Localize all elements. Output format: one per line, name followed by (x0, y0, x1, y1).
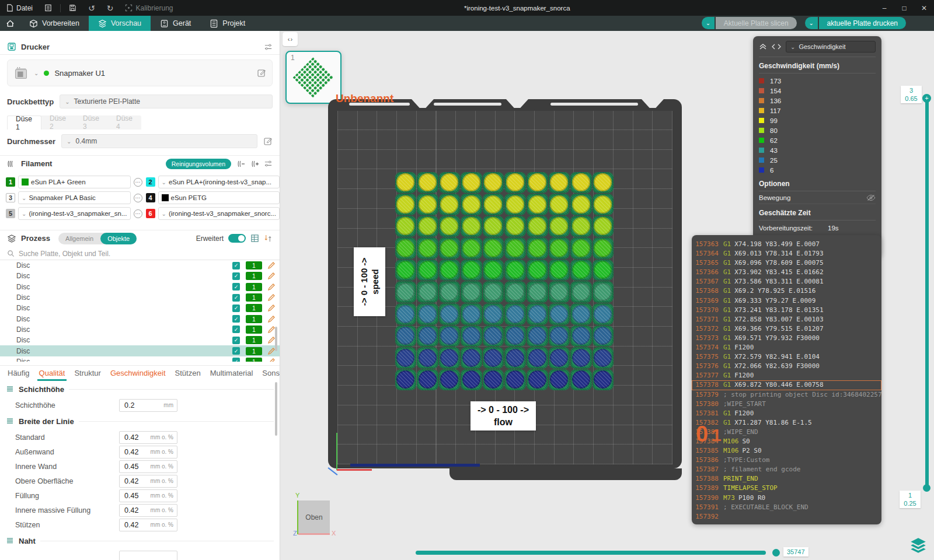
disc-model[interactable] (550, 195, 568, 214)
object-row[interactable]: Disc✓1 (0, 356, 280, 362)
tab-vorbereiten[interactable]: Vorbereiten (20, 16, 89, 31)
object-visible-checkbox[interactable]: ✓ (232, 294, 240, 302)
disc-model[interactable] (528, 195, 546, 214)
settings-tab-häufig[interactable]: Häufig (4, 366, 34, 381)
object-extruder-badge[interactable]: 1 (246, 326, 262, 334)
disc-model[interactable] (419, 305, 437, 323)
setting-input[interactable] (119, 551, 177, 560)
object-edit-icon[interactable] (268, 316, 275, 323)
redo-button[interactable]: ↻ (101, 0, 120, 16)
layers-icon[interactable] (908, 536, 928, 555)
gcode-view-icon[interactable] (772, 43, 781, 51)
nozzle-tab-4[interactable]: Düse 4 (108, 116, 141, 130)
object-extruder-badge[interactable]: 1 (246, 358, 262, 362)
disc-model[interactable] (440, 239, 458, 257)
disc-model[interactable] (528, 370, 546, 388)
disc-model[interactable] (528, 173, 546, 191)
nav-cube[interactable]: Oben (298, 501, 330, 534)
minimize-button[interactable]: – (874, 0, 894, 16)
disc-model[interactable] (550, 305, 568, 323)
object-visible-checkbox[interactable]: ✓ (232, 337, 240, 344)
disc-model[interactable] (419, 327, 437, 345)
setting-input[interactable]: 0.42mm o. % (119, 504, 177, 517)
tab-vorschau[interactable]: Vorschau (89, 16, 151, 31)
disc-model[interactable] (506, 283, 524, 301)
setting-input[interactable]: 0.42mm o. % (119, 519, 177, 531)
disc-model[interactable] (419, 370, 437, 388)
disc-model[interactable] (419, 283, 437, 301)
disc-model[interactable] (506, 217, 524, 235)
sort-ab-icon[interactable] (264, 234, 273, 243)
nozzle-tab-1[interactable]: Düse 1 (7, 116, 41, 130)
disc-model[interactable] (419, 261, 437, 279)
disc-model[interactable] (594, 239, 612, 257)
object-extruder-badge[interactable]: 1 (246, 304, 262, 312)
advanced-toggle[interactable] (228, 234, 246, 243)
object-visible-checkbox[interactable]: ✓ (232, 326, 240, 333)
disc-model[interactable] (506, 195, 524, 214)
object-row[interactable]: Disc✓1 (0, 324, 280, 335)
disc-model[interactable] (396, 283, 414, 301)
disc-model[interactable] (419, 173, 437, 191)
disc-model[interactable] (396, 239, 414, 257)
filament-settings-icon[interactable] (264, 159, 273, 168)
settings-scrollbar[interactable] (275, 382, 277, 436)
tab-projekt[interactable]: Projekt (200, 16, 255, 31)
disc-model[interactable] (462, 217, 480, 235)
setting-input[interactable]: 0.42mm o. % (119, 475, 177, 488)
slice-dropdown-chevron[interactable]: ⌄ (702, 17, 715, 29)
gcode-panel[interactable]: 157363G1X74.198 Y83.499 E.0007157364G1X6… (692, 235, 881, 524)
filament-select-1[interactable]: eSun PLA+ Green (18, 176, 131, 188)
disc-model[interactable] (594, 305, 612, 323)
object-extruder-badge[interactable]: 1 (246, 272, 262, 280)
list-scrollbar[interactable] (275, 327, 277, 351)
disc-model[interactable] (440, 305, 458, 323)
diameter-edit-icon[interactable] (263, 136, 273, 146)
disc-model[interactable] (572, 261, 590, 279)
disc-model[interactable] (462, 349, 480, 367)
disc-model[interactable] (528, 305, 546, 323)
setting-input[interactable]: 0.2mm (119, 399, 177, 412)
object-edit-icon[interactable] (268, 284, 275, 290)
filament-select-4[interactable]: eSun PETG (158, 191, 280, 204)
disc-model[interactable] (528, 261, 546, 279)
search-bar[interactable]: Suche Platte, Objekt und Teil. (0, 247, 280, 260)
move-slider-track[interactable] (416, 551, 766, 555)
object-visible-checkbox[interactable]: ✓ (232, 272, 240, 280)
disc-model[interactable] (419, 195, 437, 214)
object-extruder-badge[interactable]: 1 (246, 336, 262, 344)
segment-allgemein[interactable]: Allgemein (58, 233, 100, 244)
collapse-up-icon[interactable] (759, 43, 767, 51)
filament-select-5[interactable]: ⌄(ironing-test-v3_snapmaker_sn... (18, 207, 131, 220)
disc-model[interactable] (484, 239, 502, 257)
diameter-select[interactable]: ⌄ 0.4mm (61, 134, 257, 148)
object-extruder-badge[interactable]: 1 (246, 283, 262, 291)
close-button[interactable]: ✕ (914, 0, 934, 16)
object-visible-checkbox[interactable]: ✓ (232, 315, 240, 323)
notes-button[interactable] (39, 0, 58, 16)
object-visible-checkbox[interactable]: ✓ (232, 304, 240, 312)
object-edit-icon[interactable] (268, 337, 275, 344)
disc-model[interactable] (528, 239, 546, 257)
disc-model[interactable] (462, 370, 480, 388)
settings-tab-sonstiges[interactable]: Sonstiges (258, 366, 280, 381)
disc-model[interactable] (396, 173, 414, 191)
printer-chevron-icon[interactable]: ⌄ (34, 70, 39, 76)
disc-model[interactable] (594, 195, 612, 214)
object-visible-checkbox[interactable]: ✓ (232, 262, 240, 270)
object-row[interactable]: Disc✓1 (0, 260, 280, 271)
file-menu[interactable]: Datei (0, 0, 39, 16)
disc-model[interactable] (572, 283, 590, 301)
object-row[interactable]: Disc✓1 (0, 271, 280, 281)
print-dropdown-chevron[interactable]: ⌄ (805, 17, 818, 29)
filament-menu-icon[interactable]: ⋯ (134, 209, 142, 218)
disc-model[interactable] (572, 239, 590, 257)
undo-button[interactable]: ↺ (82, 0, 101, 16)
slice-button[interactable]: Aktuelle Platte slicen (716, 17, 797, 29)
layer-slider-track[interactable] (925, 98, 929, 489)
filament-menu-icon[interactable]: ⋯ (134, 178, 142, 187)
disc-model[interactable] (506, 173, 524, 191)
disc-model[interactable] (528, 327, 546, 345)
disc-model[interactable] (462, 283, 480, 301)
disc-model[interactable] (594, 349, 612, 367)
